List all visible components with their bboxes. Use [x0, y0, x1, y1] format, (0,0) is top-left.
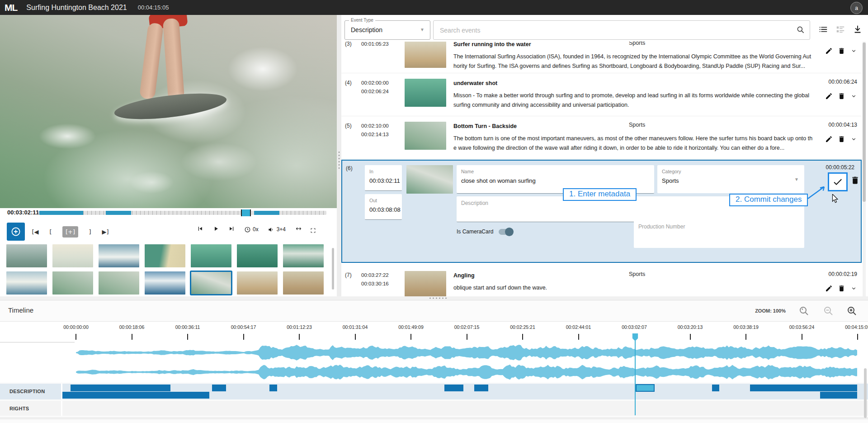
zoom-reset-button[interactable]: [798, 305, 809, 318]
play-button[interactable]: [212, 225, 219, 233]
video-frame[interactable]: [0, 15, 337, 208]
event-row[interactable]: (4) 00:02:00:00 00:02:06:24 underwater s…: [341, 73, 862, 116]
timeline-segment[interactable]: [474, 385, 488, 391]
commit-changes-button[interactable]: [828, 172, 848, 191]
list-view-button[interactable]: [818, 24, 828, 36]
event-description: The International Surfing Association (I…: [453, 52, 816, 71]
trash-icon: [850, 176, 860, 185]
delete-event-button[interactable]: [838, 47, 845, 57]
set-out-button[interactable]: ]: [86, 228, 94, 235]
skip-start-button[interactable]: [197, 225, 203, 233]
audio-waveform-area[interactable]: [0, 342, 868, 382]
audio-control[interactable]: 3+4: [268, 226, 286, 233]
vertical-splitter[interactable]: [337, 15, 341, 299]
timeline-segment[interactable]: [712, 385, 719, 391]
filmstrip-thumbnail[interactable]: [191, 244, 231, 267]
filmstrip-thumbnail[interactable]: [99, 271, 139, 295]
filmstrip-thumbnail[interactable]: [145, 244, 185, 267]
thumbnail-scrollbar[interactable]: [332, 248, 334, 290]
expand-event-button[interactable]: [850, 48, 857, 56]
speed-control[interactable]: 0x: [244, 226, 259, 233]
timeline-segment[interactable]: [71, 385, 170, 391]
horizontal-splitter[interactable]: [0, 296, 868, 300]
fullscreen-button[interactable]: [310, 227, 316, 236]
event-row-expanded[interactable]: (6) In 00:03:02:11 Out 00:03:08:08 Name …: [341, 160, 862, 263]
set-in-button[interactable]: [: [47, 228, 54, 235]
timeline-segment[interactable]: [820, 392, 857, 399]
timeline-segment[interactable]: [212, 385, 226, 391]
scrollbar-thumb[interactable]: [863, 43, 866, 202]
filmstrip-thumbnail[interactable]: [52, 271, 93, 295]
filmstrip-thumbnail[interactable]: [52, 244, 93, 267]
delete-event-button[interactable]: [838, 135, 845, 145]
expand-event-button[interactable]: [850, 136, 857, 144]
skip-end-icon: [228, 225, 235, 232]
event-list-scrollbar[interactable]: [863, 42, 866, 296]
rights-track[interactable]: RIGHTS: [0, 401, 868, 416]
zoom-in-button[interactable]: [846, 305, 857, 318]
filmstrip-thumbnail[interactable]: [99, 244, 139, 267]
app-logo: ML: [5, 2, 17, 13]
event-row[interactable]: (3) 00:01:05:23 Surfer running into the …: [341, 42, 862, 73]
delete-event-button[interactable]: [838, 285, 845, 294]
app-window: ML Surfing Huntington Beach 2021 00:04:1…: [0, 0, 868, 423]
ruler-tick: [467, 334, 467, 340]
goto-out-button[interactable]: ▶]: [102, 228, 109, 235]
zoom-out-button[interactable]: [823, 305, 834, 318]
detail-view-button[interactable]: [835, 24, 845, 36]
delete-event-button[interactable]: [850, 176, 860, 187]
search-icon[interactable]: [796, 25, 805, 36]
player-scrubber[interactable]: [38, 211, 326, 215]
edit-event-button[interactable]: [825, 47, 833, 57]
filmstrip-thumbnail[interactable]: [145, 271, 185, 295]
add-event-button[interactable]: [7, 223, 25, 241]
timeline-scrollbar[interactable]: [864, 368, 867, 418]
category-select[interactable]: Category Sports ▼: [657, 165, 804, 193]
zoom-reset-icon: [798, 305, 809, 316]
filmstrip-thumbnail[interactable]: [237, 244, 278, 267]
edit-event-button[interactable]: [825, 285, 833, 294]
ruler-timecode-label: 00:03:56:24: [789, 324, 814, 330]
event-type-label: Event Type: [349, 18, 375, 23]
camera-card-toggle[interactable]: [499, 229, 512, 235]
timeline-segment[interactable]: [444, 385, 463, 391]
event-category: Sports: [629, 271, 645, 277]
delete-event-button[interactable]: [838, 92, 845, 102]
timeline-segment[interactable]: [750, 385, 857, 391]
download-button[interactable]: [853, 24, 863, 36]
filmstrip-thumbnail[interactable]: [237, 271, 278, 295]
user-avatar[interactable]: a: [850, 2, 863, 14]
detail-view-icon: [835, 24, 845, 34]
timeline-segment-selected[interactable]: [636, 384, 655, 392]
filmstrip-thumbnail[interactable]: [283, 244, 324, 267]
out-value: 00:03:08:08: [365, 203, 402, 213]
timeline-segment[interactable]: [62, 392, 209, 399]
timeline-ruler[interactable]: 00:00:00:0000:00:18:0600:00:36:1100:00:5…: [0, 322, 868, 342]
event-row[interactable]: (5) 00:02:10:00 00:02:14:13 Bottom Turn …: [341, 116, 862, 159]
add-marker-button[interactable]: [+]: [62, 226, 78, 238]
skip-end-button[interactable]: [228, 225, 235, 233]
timeline-segment[interactable]: [269, 385, 277, 391]
filmstrip-thumbnail[interactable]: [191, 271, 231, 295]
goto-in-button[interactable]: [◀: [32, 228, 39, 235]
event-in-time: 00:02:10:00: [361, 122, 405, 130]
filmstrip-thumbnail[interactable]: [283, 271, 324, 295]
out-time-field[interactable]: Out 00:03:08:08: [365, 194, 402, 220]
description-track[interactable]: DESCRIPTION: [0, 384, 868, 399]
edit-event-button[interactable]: [825, 135, 833, 145]
ruler-timecode-label: 00:01:12:23: [287, 324, 311, 330]
event-row[interactable]: (7) 00:03:27:22 00:03:30:16 Angling Spor…: [341, 266, 862, 296]
annotation-step2: 2. Commit changes: [729, 194, 808, 206]
filmstrip-thumbnail[interactable]: [6, 271, 47, 295]
event-type-select[interactable]: Event Type Description ▼: [344, 20, 430, 40]
expand-event-button[interactable]: [850, 285, 857, 294]
filmstrip-thumbnail[interactable]: [6, 244, 47, 267]
edit-event-button[interactable]: [825, 92, 833, 102]
search-input[interactable]: [439, 24, 784, 37]
expand-event-button[interactable]: [850, 93, 857, 101]
name-value: close shot on woman surfing: [457, 174, 654, 184]
in-time-field[interactable]: In 00:03:02:11: [365, 165, 402, 191]
loop-range-button[interactable]: [295, 225, 302, 233]
production-number-field[interactable]: Production Number: [634, 220, 804, 248]
scrubber-playhead[interactable]: [241, 209, 251, 216]
